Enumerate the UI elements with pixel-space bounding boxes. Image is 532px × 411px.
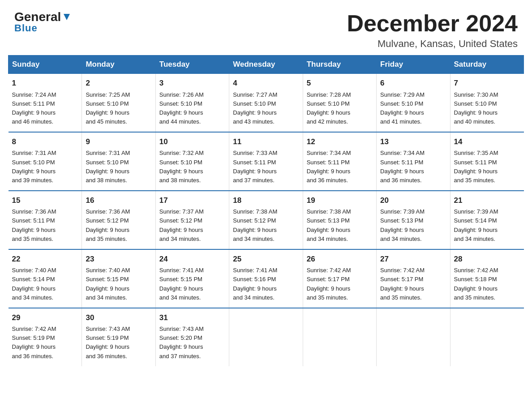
logo-general: General [14,11,61,23]
day-info: Sunrise: 7:42 AM Sunset: 5:19 PM Dayligh… [12,325,78,361]
calendar-container: Sunday Monday Tuesday Wednesday Thursday… [0,55,532,374]
month-title: December 2024 [347,11,518,36]
day-number: 27 [380,253,446,265]
table-row: 13Sunrise: 7:34 AM Sunset: 5:11 PM Dayli… [377,132,450,191]
day-info: Sunrise: 7:42 AM Sunset: 5:17 PM Dayligh… [307,266,373,302]
day-info: Sunrise: 7:43 AM Sunset: 5:20 PM Dayligh… [159,325,225,361]
day-info: Sunrise: 7:42 AM Sunset: 5:18 PM Dayligh… [454,266,520,302]
header-monday: Monday [82,56,155,74]
table-row: 4Sunrise: 7:27 AM Sunset: 5:10 PM Daylig… [229,74,303,132]
table-row: 28Sunrise: 7:42 AM Sunset: 5:18 PM Dayli… [450,249,523,308]
day-number: 29 [12,312,78,324]
day-number: 10 [159,136,225,148]
day-info: Sunrise: 7:40 AM Sunset: 5:15 PM Dayligh… [86,266,151,302]
table-row: 25Sunrise: 7:41 AM Sunset: 5:16 PM Dayli… [229,249,303,308]
table-row: 18Sunrise: 7:38 AM Sunset: 5:12 PM Dayli… [229,191,303,249]
table-row: 16Sunrise: 7:36 AM Sunset: 5:12 PM Dayli… [82,191,155,249]
header-tuesday: Tuesday [155,56,229,74]
day-number: 30 [86,312,151,324]
table-row: 29Sunrise: 7:42 AM Sunset: 5:19 PM Dayli… [9,308,82,366]
table-row: 17Sunrise: 7:37 AM Sunset: 5:12 PM Dayli… [155,191,229,249]
table-row: 15Sunrise: 7:36 AM Sunset: 5:11 PM Dayli… [9,191,82,249]
day-number: 17 [159,195,225,206]
day-info: Sunrise: 7:32 AM Sunset: 5:10 PM Dayligh… [159,149,225,185]
day-number: 12 [307,136,373,148]
location-title: Mulvane, Kansas, United States [347,38,518,50]
day-number: 6 [380,77,446,89]
day-number: 22 [12,253,78,265]
table-row: 11Sunrise: 7:33 AM Sunset: 5:11 PM Dayli… [229,132,303,191]
logo: General Blue [14,11,72,34]
table-row: 6Sunrise: 7:29 AM Sunset: 5:10 PM Daylig… [377,74,450,132]
header-wednesday: Wednesday [229,56,303,74]
calendar-week-row: 22Sunrise: 7:40 AM Sunset: 5:14 PM Dayli… [9,249,524,308]
table-row: 21Sunrise: 7:39 AM Sunset: 5:14 PM Dayli… [450,191,523,249]
calendar-week-row: 29Sunrise: 7:42 AM Sunset: 5:19 PM Dayli… [9,308,524,366]
day-info: Sunrise: 7:39 AM Sunset: 5:13 PM Dayligh… [380,207,446,244]
logo-triangle-icon [62,12,72,22]
table-row: 22Sunrise: 7:40 AM Sunset: 5:14 PM Dayli… [9,249,82,308]
table-row [229,308,303,366]
day-number: 13 [380,136,446,148]
day-info: Sunrise: 7:33 AM Sunset: 5:11 PM Dayligh… [233,149,299,185]
table-row [377,308,450,366]
table-row: 26Sunrise: 7:42 AM Sunset: 5:17 PM Dayli… [303,249,376,308]
day-info: Sunrise: 7:36 AM Sunset: 5:12 PM Dayligh… [86,207,151,244]
day-info: Sunrise: 7:31 AM Sunset: 5:10 PM Dayligh… [86,149,151,185]
calendar-table: Sunday Monday Tuesday Wednesday Thursday… [8,55,524,366]
table-row: 27Sunrise: 7:42 AM Sunset: 5:17 PM Dayli… [377,249,450,308]
day-number: 11 [233,136,299,148]
title-block: December 2024 Mulvane, Kansas, United St… [347,11,518,50]
day-info: Sunrise: 7:26 AM Sunset: 5:10 PM Dayligh… [159,90,225,127]
day-info: Sunrise: 7:34 AM Sunset: 5:11 PM Dayligh… [380,149,446,185]
day-info: Sunrise: 7:24 AM Sunset: 5:11 PM Dayligh… [12,90,78,127]
day-info: Sunrise: 7:36 AM Sunset: 5:11 PM Dayligh… [12,207,78,244]
table-row: 23Sunrise: 7:40 AM Sunset: 5:15 PM Dayli… [82,249,155,308]
table-row: 30Sunrise: 7:43 AM Sunset: 5:19 PM Dayli… [82,308,155,366]
day-info: Sunrise: 7:28 AM Sunset: 5:10 PM Dayligh… [307,90,373,127]
header-thursday: Thursday [303,56,376,74]
day-info: Sunrise: 7:29 AM Sunset: 5:10 PM Dayligh… [380,90,446,127]
table-row: 5Sunrise: 7:28 AM Sunset: 5:10 PM Daylig… [303,74,376,132]
day-info: Sunrise: 7:41 AM Sunset: 5:15 PM Dayligh… [159,266,225,302]
day-number: 3 [159,77,225,89]
day-info: Sunrise: 7:25 AM Sunset: 5:10 PM Dayligh… [86,90,151,127]
table-row: 10Sunrise: 7:32 AM Sunset: 5:10 PM Dayli… [155,132,229,191]
table-row: 1Sunrise: 7:24 AM Sunset: 5:11 PM Daylig… [9,74,82,132]
day-info: Sunrise: 7:39 AM Sunset: 5:14 PM Dayligh… [454,207,520,244]
day-number: 2 [86,77,151,89]
day-number: 1 [12,77,78,89]
day-number: 15 [12,195,78,206]
day-number: 8 [12,136,78,148]
day-info: Sunrise: 7:41 AM Sunset: 5:16 PM Dayligh… [233,266,299,302]
calendar-week-row: 15Sunrise: 7:36 AM Sunset: 5:11 PM Dayli… [9,191,524,249]
table-row [303,308,376,366]
day-number: 5 [307,77,373,89]
day-number: 19 [307,195,373,206]
svg-marker-0 [64,14,70,20]
day-info: Sunrise: 7:31 AM Sunset: 5:10 PM Dayligh… [12,149,78,185]
table-row: 24Sunrise: 7:41 AM Sunset: 5:15 PM Dayli… [155,249,229,308]
day-number: 21 [454,195,520,206]
table-row: 8Sunrise: 7:31 AM Sunset: 5:10 PM Daylig… [9,132,82,191]
day-number: 28 [454,253,520,265]
day-info: Sunrise: 7:37 AM Sunset: 5:12 PM Dayligh… [159,207,225,244]
table-row: 12Sunrise: 7:34 AM Sunset: 5:11 PM Dayli… [303,132,376,191]
table-row: 19Sunrise: 7:38 AM Sunset: 5:13 PM Dayli… [303,191,376,249]
table-row: 3Sunrise: 7:26 AM Sunset: 5:10 PM Daylig… [155,74,229,132]
day-info: Sunrise: 7:35 AM Sunset: 5:11 PM Dayligh… [454,149,520,185]
day-info: Sunrise: 7:38 AM Sunset: 5:13 PM Dayligh… [307,207,373,244]
logo-blue: Blue [14,22,38,34]
table-row: 20Sunrise: 7:39 AM Sunset: 5:13 PM Dayli… [377,191,450,249]
day-info: Sunrise: 7:42 AM Sunset: 5:17 PM Dayligh… [380,266,446,302]
table-row: 2Sunrise: 7:25 AM Sunset: 5:10 PM Daylig… [82,74,155,132]
day-number: 16 [86,195,151,206]
table-row: 14Sunrise: 7:35 AM Sunset: 5:11 PM Dayli… [450,132,523,191]
day-number: 4 [233,77,299,89]
day-number: 23 [86,253,151,265]
day-number: 20 [380,195,446,206]
day-number: 24 [159,253,225,265]
calendar-week-row: 1Sunrise: 7:24 AM Sunset: 5:11 PM Daylig… [9,74,524,132]
day-number: 31 [159,312,225,324]
calendar-week-row: 8Sunrise: 7:31 AM Sunset: 5:10 PM Daylig… [9,132,524,191]
